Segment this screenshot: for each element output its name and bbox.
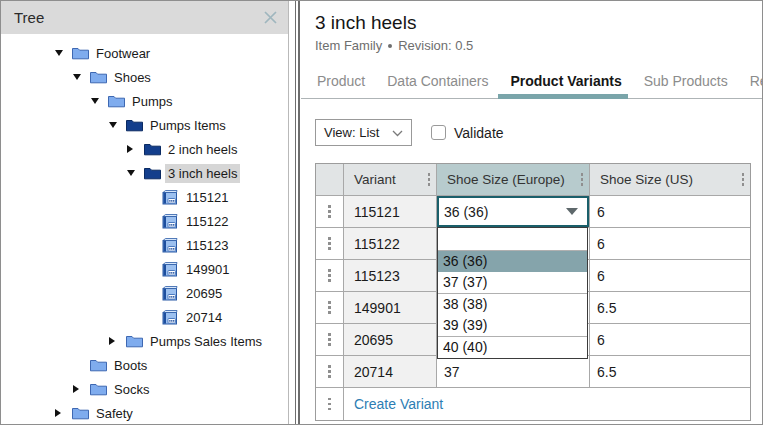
tree-item-149901[interactable]: 149901 (1, 257, 288, 281)
shoe-size-us-cell[interactable]: 6.5 (590, 356, 750, 388)
tree-item-20714[interactable]: 20714 (1, 305, 288, 329)
caret-down-icon[interactable] (109, 122, 117, 128)
variant-cell[interactable]: 20714 (344, 356, 437, 388)
close-icon[interactable] (263, 10, 278, 25)
row-menu-icon[interactable] (328, 301, 331, 314)
caret-down-icon[interactable] (91, 98, 99, 104)
column-header-shoe-size-europe[interactable]: Shoe Size (Europe) (437, 164, 590, 196)
dropdown-option-36-36[interactable]: 36 (36) (438, 251, 587, 272)
tree-item-label: 115122 (183, 212, 231, 231)
row-handle[interactable] (316, 292, 344, 324)
shoe-size-europe-cell[interactable]: 36 (36) 36 (36)37 (37)38 (38)39 (39)40 (… (437, 196, 590, 228)
tree-item-shoes[interactable]: Shoes (1, 65, 288, 89)
shoe-size-us-cell[interactable]: 6 (590, 228, 750, 260)
folder-icon (90, 70, 108, 84)
item-subtitle: Item Family Revision: 0.5 (315, 38, 762, 53)
tab-references[interactable]: References (748, 73, 762, 98)
detail-panel: 3 inch heels Item Family Revision: 0.5 P… (301, 1, 762, 424)
shoe-size-us-cell[interactable]: 6 (590, 324, 750, 356)
tree-item-safety[interactable]: Safety (1, 401, 288, 424)
tree-item-boots[interactable]: Boots (1, 353, 288, 377)
row-menu-icon[interactable] (328, 269, 331, 282)
dropdown-option-38-38[interactable]: 38 (38) (438, 294, 587, 315)
tree-item-pumps-sales-items[interactable]: Pumps Sales Items (1, 329, 288, 353)
tree-item-label: 115123 (183, 236, 231, 255)
tree-item-pumps[interactable]: Pumps (1, 89, 288, 113)
folder-dark-icon (126, 118, 144, 132)
panel-splitter[interactable] (289, 1, 301, 424)
item-icon (162, 286, 180, 301)
row-handle[interactable] (316, 324, 344, 356)
view-select-value: View: List (324, 125, 379, 140)
view-select[interactable]: View: List (315, 119, 412, 146)
tab-data-containers[interactable]: Data Containers (385, 73, 490, 98)
caret-down-icon[interactable] (73, 74, 81, 80)
column-header-label: Shoe Size (Europe) (447, 172, 565, 187)
create-variant-row-handle[interactable] (316, 388, 344, 420)
tree-item-115121[interactable]: 115121 (1, 185, 288, 209)
row-menu-icon[interactable] (328, 333, 331, 346)
shoe-size-us-cell[interactable]: 6.5 (590, 292, 750, 324)
row-handle[interactable] (316, 196, 344, 228)
dropdown-option-blank[interactable] (438, 228, 587, 251)
item-icon (162, 238, 180, 253)
column-header-variant[interactable]: Variant (344, 164, 437, 196)
tree-item-115122[interactable]: 115122 (1, 209, 288, 233)
tree-item-label: Pumps Sales Items (147, 332, 265, 351)
shoe-size-combobox[interactable]: 36 (36) (437, 196, 589, 227)
tab-product[interactable]: Product (315, 73, 367, 98)
item-icon (162, 190, 180, 205)
caret-down-icon[interactable] (55, 50, 63, 56)
row-menu-icon[interactable] (328, 398, 331, 411)
tree-item-pumps-items[interactable]: Pumps Items (1, 113, 288, 137)
variant-cell[interactable]: 20695 (344, 324, 437, 356)
column-menu-icon[interactable] (742, 173, 745, 186)
dropdown-option-37-37[interactable]: 37 (37) (438, 272, 587, 294)
variant-cell[interactable]: 115121 (344, 196, 437, 228)
tree-item-115123[interactable]: 115123 (1, 233, 288, 257)
row-handle[interactable] (316, 228, 344, 260)
row-handle[interactable] (316, 260, 344, 292)
variant-cell[interactable]: 149901 (344, 292, 437, 324)
tree-item-footwear[interactable]: Footwear (1, 41, 288, 65)
tree-item-2-inch-heels[interactable]: 2 inch heels (1, 137, 288, 161)
caret-right-icon[interactable] (73, 385, 79, 393)
caret-down-icon[interactable] (127, 170, 135, 176)
tree-item-socks[interactable]: Socks (1, 377, 288, 401)
caret-right-icon[interactable] (127, 145, 133, 153)
column-header-label: Shoe Size (US) (600, 172, 693, 187)
validate-option: Validate (431, 125, 504, 141)
column-menu-icon[interactable] (581, 173, 584, 186)
dropdown-option-39-39[interactable]: 39 (39) (438, 315, 587, 337)
folder-dark-icon (144, 166, 162, 180)
tree-item-20695[interactable]: 20695 (1, 281, 288, 305)
shoe-size-europe-cell[interactable]: 37 (437, 356, 590, 388)
shoe-size-us-cell[interactable]: 6 (590, 260, 750, 292)
tab-sub-products[interactable]: Sub Products (642, 73, 730, 98)
row-menu-icon[interactable] (328, 365, 331, 378)
caret-right-icon[interactable] (109, 337, 115, 345)
shoe-size-us-cell[interactable]: 6 (590, 196, 750, 228)
create-variant-link[interactable]: Create Variant (354, 396, 443, 412)
row-menu-icon[interactable] (328, 205, 331, 218)
column-header-label: Variant (354, 172, 396, 187)
column-header-shoe-size-us[interactable]: Shoe Size (US) (590, 164, 750, 196)
item-type-label: Item Family (315, 38, 382, 53)
validate-checkbox[interactable] (431, 125, 446, 140)
tree-item-label: Shoes (111, 68, 154, 87)
combobox-arrow-icon (566, 208, 578, 215)
toolbar: View: List Validate (315, 119, 762, 146)
dropdown-option-40-40[interactable]: 40 (40) (438, 337, 587, 358)
variant-cell[interactable]: 115122 (344, 228, 437, 260)
tree-item-3-inch-heels[interactable]: 3 inch heels (1, 161, 288, 185)
folder-dark-icon (144, 142, 162, 156)
caret-right-icon[interactable] (55, 409, 61, 417)
column-menu-icon[interactable] (428, 173, 431, 186)
row-handle[interactable] (316, 356, 344, 388)
row-menu-icon[interactable] (328, 237, 331, 250)
column-header-handle[interactable] (316, 164, 344, 196)
folder-icon (72, 46, 90, 60)
tab-product-variants[interactable]: Product Variants (508, 73, 623, 98)
variant-cell[interactable]: 115123 (344, 260, 437, 292)
tree-item-label: 115121 (183, 188, 231, 207)
